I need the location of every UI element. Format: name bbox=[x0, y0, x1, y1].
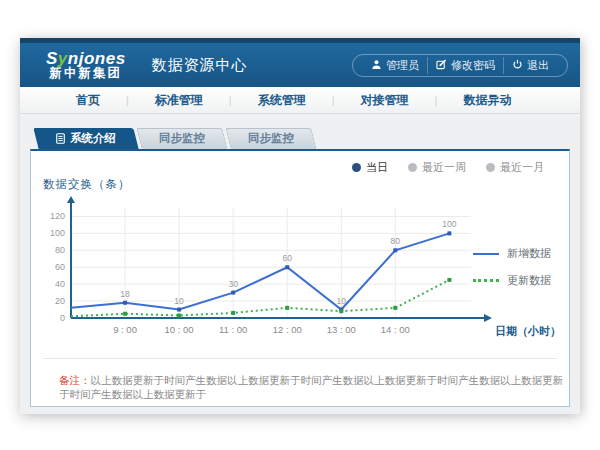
logo-brand-text: Synjones bbox=[46, 50, 126, 68]
data-point-label: 80 bbox=[391, 236, 401, 246]
y-axis-arrow bbox=[67, 196, 75, 203]
nav-item-2[interactable]: 系统管理 bbox=[232, 92, 332, 109]
x-tick-label: 10 : 00 bbox=[165, 324, 194, 335]
data-point bbox=[285, 265, 289, 269]
legend-item-0: 新增数据 bbox=[473, 246, 551, 261]
note-text: 以上数据更新于时间产生数据以上数据更新于时间产生数据以上数据更新于时间产生数据以… bbox=[59, 374, 563, 400]
data-point bbox=[393, 248, 397, 252]
radio-label: 最近一月 bbox=[500, 160, 544, 175]
data-point bbox=[447, 231, 451, 235]
data-point bbox=[339, 309, 343, 313]
data-point-label: 18 bbox=[120, 289, 130, 299]
y-tick-label: 40 bbox=[55, 279, 65, 289]
nav-item-3[interactable]: 对接管理 bbox=[335, 92, 435, 109]
user-menu-item-2[interactable]: 退出 bbox=[503, 57, 557, 74]
user-menu-item-1[interactable]: 修改密码 bbox=[427, 57, 503, 74]
legend-label: 更新数据 bbox=[507, 273, 551, 288]
footer-note: 备注：以上数据更新于时间产生数据以上数据更新于时间产生数据以上数据更新于时间产生… bbox=[59, 374, 569, 402]
radio-dot-icon bbox=[486, 163, 495, 172]
radio-label: 当日 bbox=[366, 160, 388, 175]
tab-1[interactable]: 同步监控 bbox=[139, 128, 225, 149]
x-tick-label: 9 : 00 bbox=[113, 324, 137, 335]
data-point-label: 10 bbox=[174, 296, 184, 306]
data-point-label: 60 bbox=[282, 253, 292, 263]
y-tick-label: 60 bbox=[55, 262, 65, 272]
x-tick-label: 12 : 00 bbox=[273, 324, 302, 335]
doc-icon bbox=[56, 130, 65, 148]
app-header: Synjones 新中新集团 数据资源中心 管理员修改密码退出 bbox=[20, 43, 580, 87]
logo-company-text: 新中新集团 bbox=[46, 67, 126, 80]
data-point bbox=[123, 301, 127, 305]
data-point bbox=[177, 313, 181, 317]
data-point-label: 10 bbox=[337, 296, 347, 306]
y-tick-label: 120 bbox=[50, 211, 65, 221]
page-title: 数据资源中心 bbox=[152, 56, 248, 75]
y-tick-label: 80 bbox=[55, 245, 65, 255]
nav-item-1[interactable]: 标准管理 bbox=[129, 92, 229, 109]
legend-item-1: 更新数据 bbox=[473, 273, 551, 288]
legend-line-icon bbox=[473, 253, 499, 255]
nav-item-4[interactable]: 数据异动 bbox=[437, 92, 537, 109]
power-icon bbox=[512, 59, 523, 72]
tab-2[interactable]: 同步监控 bbox=[228, 128, 314, 149]
note-prefix: 备注： bbox=[59, 374, 91, 386]
tab-label: 同步监控 bbox=[159, 131, 205, 146]
range-radio-0[interactable]: 当日 bbox=[352, 160, 388, 175]
main-nav: 首页|标准管理|系统管理|对接管理|数据异动 bbox=[20, 87, 580, 114]
tab-0[interactable]: 系统介绍 bbox=[36, 128, 136, 149]
user-menu: 管理员修改密码退出 bbox=[352, 54, 568, 77]
y-tick-label: 0 bbox=[60, 313, 65, 323]
data-point-label: 30 bbox=[228, 279, 238, 289]
user-icon bbox=[371, 59, 382, 72]
data-point bbox=[123, 312, 127, 316]
y-tick-label: 20 bbox=[55, 296, 65, 306]
x-tick-label: 11 : 00 bbox=[219, 324, 247, 335]
chart-legend: 新增数据更新数据 bbox=[473, 246, 551, 288]
chart-range-controls: 当日最近一周最近一月 bbox=[31, 160, 544, 175]
data-point bbox=[393, 306, 397, 310]
data-point bbox=[231, 291, 235, 295]
user-menu-label: 退出 bbox=[527, 58, 549, 73]
app-window: Synjones 新中新集团 数据资源中心 管理员修改密码退出 首页|标准管理|… bbox=[20, 38, 580, 414]
tab-strip: 系统介绍同步监控同步监控 bbox=[36, 128, 570, 149]
data-point bbox=[231, 311, 235, 315]
user-menu-label: 修改密码 bbox=[451, 58, 495, 73]
x-tick-label: 13 : 00 bbox=[327, 324, 356, 335]
data-point-label: 100 bbox=[442, 219, 456, 229]
content-area: 系统介绍同步监控同步监控 当日最近一周最近一月 数据交换（条） 02040608… bbox=[20, 114, 580, 407]
line-chart: 0204060801001209 : 0010 : 0011 : 0012 : … bbox=[35, 194, 569, 350]
edit-icon bbox=[436, 59, 447, 72]
y-tick-label: 100 bbox=[50, 228, 65, 238]
radio-dot-icon bbox=[352, 163, 361, 172]
user-menu-item-0[interactable]: 管理员 bbox=[363, 57, 427, 74]
data-point bbox=[447, 278, 451, 282]
y-axis-label: 数据交换（条） bbox=[43, 177, 569, 192]
radio-group: 当日最近一周最近一月 bbox=[352, 160, 544, 175]
company-logo: Synjones 新中新集团 bbox=[46, 50, 126, 81]
nav-item-0[interactable]: 首页 bbox=[50, 92, 126, 109]
data-point bbox=[285, 306, 289, 310]
note-divider bbox=[43, 358, 557, 359]
range-radio-2[interactable]: 最近一月 bbox=[486, 160, 544, 175]
x-axis-title: 日期（小时） bbox=[495, 325, 561, 338]
x-tick-label: 14 : 00 bbox=[381, 324, 410, 335]
range-radio-1[interactable]: 最近一周 bbox=[408, 160, 466, 175]
legend-line-icon bbox=[473, 279, 499, 282]
radio-label: 最近一周 bbox=[422, 160, 466, 175]
x-axis-arrow bbox=[484, 314, 492, 322]
main-panel: 当日最近一周最近一月 数据交换（条） 0204060801001209 : 00… bbox=[30, 149, 570, 407]
data-point bbox=[177, 308, 181, 312]
user-menu-label: 管理员 bbox=[386, 58, 419, 73]
radio-dot-icon bbox=[408, 163, 417, 172]
tab-label: 同步监控 bbox=[248, 131, 294, 146]
legend-label: 新增数据 bbox=[507, 246, 551, 261]
tab-label: 系统介绍 bbox=[70, 131, 116, 146]
